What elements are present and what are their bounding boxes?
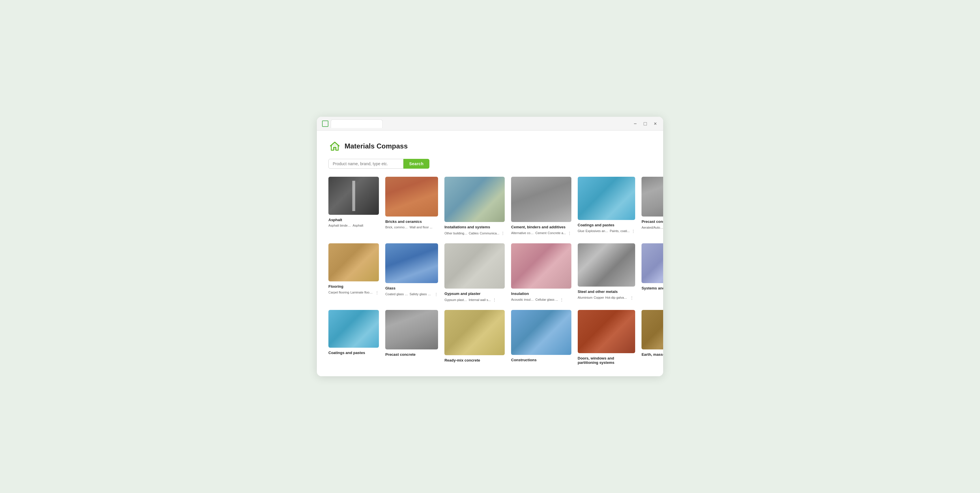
more-tags-icon[interactable]: ⋮ <box>632 229 635 233</box>
tag-label: Aluminium <box>578 296 592 299</box>
tag-label: Other building ... <box>444 231 468 235</box>
card-flooring[interactable]: FlooringCarpet flooringLaminate floori..… <box>328 243 379 302</box>
tag-label: Gypsum plaster ... <box>444 298 468 301</box>
tab-bar <box>331 119 383 128</box>
card-title-installations: Installations and systems <box>444 225 505 229</box>
search-bar: Search <box>328 159 652 169</box>
card-tags-precast: Aerated/Autocla...Concrete masonr...⋮ <box>641 225 663 230</box>
card-tags-insulation: Acoustic insula...Cellular glass ...⋮ <box>511 298 571 302</box>
card-title-coatings2: Coatings and pastes <box>328 350 379 355</box>
tag-label: Paints, coati... <box>610 229 630 233</box>
minimize-button[interactable]: − <box>633 120 638 127</box>
card-precast2[interactable]: Precast concrete <box>385 310 438 365</box>
tag-label: Explosives and ... <box>585 229 609 233</box>
card-title-precast: Precast concrete <box>641 219 663 224</box>
card-img-doors <box>578 310 635 353</box>
tag-label: Cables <box>469 231 479 235</box>
main-content: Materials Compass Search AsphaltAsphalt … <box>317 131 663 376</box>
card-doors[interactable]: Doors, windows and partitioning systems <box>578 310 635 365</box>
more-tags-icon[interactable]: ⋮ <box>493 298 496 302</box>
more-tags-icon[interactable]: ⋮ <box>501 231 505 235</box>
tag-label: Brick, common c... <box>385 225 408 229</box>
tag-label: Acoustic insula... <box>511 298 534 301</box>
card-steel[interactable]: Steel and other metalsAluminiumCopperHot… <box>578 243 635 302</box>
card-tags-cement: Alternative con...CementConcrete a...⋮ <box>511 231 571 235</box>
card-img-earth <box>641 310 663 349</box>
titlebar: − □ × <box>317 117 663 131</box>
tag-label: Communica... <box>480 231 499 235</box>
card-systems[interactable]: Systems and assemblies <box>641 243 663 302</box>
tag-label: Hot-dip galvani... <box>605 296 628 299</box>
card-title-bricks: Bricks and ceramics <box>385 219 438 224</box>
maximize-button[interactable]: □ <box>643 120 648 127</box>
search-input[interactable] <box>328 159 403 169</box>
app-window: − □ × Materials Compass Search AsphaltAs… <box>317 117 663 376</box>
card-img-precast <box>641 177 663 216</box>
more-tags-icon[interactable]: ⋮ <box>560 298 563 302</box>
tag-label: Copper <box>593 296 604 299</box>
card-img-gypsum <box>444 243 505 289</box>
card-earth[interactable]: Earth, masses and stones <box>641 310 663 365</box>
card-title-systems: Systems and assemblies <box>641 286 663 290</box>
card-cement[interactable]: Cement, binders and additivesAlternative… <box>511 177 571 235</box>
tag-label: Laminate floori... <box>350 291 374 294</box>
more-tags-icon[interactable]: ⋮ <box>630 295 634 300</box>
tag-label: Carpet flooring <box>328 291 349 294</box>
card-glass[interactable]: GlassCoated glass pa...Safety glass pa..… <box>385 243 438 302</box>
card-tags-steel: AluminiumCopperHot-dip galvani...⋮ <box>578 295 635 300</box>
app-title: Materials Compass <box>345 142 408 150</box>
card-tags-asphalt: Asphalt binders...Asphalt <box>328 224 379 227</box>
card-gypsum[interactable]: Gypsum and plasterGypsum plaster ...Inte… <box>444 243 505 302</box>
tag-label: Alternative con... <box>511 231 534 235</box>
app-header: Materials Compass <box>328 140 652 152</box>
tag-label: Internal wall s... <box>469 298 491 301</box>
card-img-systems <box>641 243 663 283</box>
search-button[interactable]: Search <box>403 159 430 169</box>
titlebar-controls: − □ × <box>633 120 658 127</box>
tag-label: Cellular glass ... <box>535 298 558 301</box>
tag-label: Coated glass pa... <box>385 292 408 296</box>
card-title-steel: Steel and other metals <box>578 290 635 294</box>
card-img-flooring <box>328 243 379 281</box>
home-icon <box>328 140 341 152</box>
more-tags-icon[interactable]: ⋮ <box>434 292 438 296</box>
card-title-readymix: Ready-mix concrete <box>444 358 505 362</box>
card-title-flooring: Flooring <box>328 284 379 289</box>
card-readymix[interactable]: Ready-mix concrete <box>444 310 505 365</box>
close-button[interactable]: × <box>652 120 658 127</box>
card-img-installations <box>444 177 505 222</box>
card-title-cement: Cement, binders and additives <box>511 225 571 229</box>
card-tags-glass: Coated glass pa...Safety glass pa...⋮ <box>385 292 438 296</box>
tag-label: Glue <box>578 229 584 233</box>
card-img-cement <box>511 177 571 222</box>
tag-label: Concrete a... <box>548 231 566 235</box>
card-title-precast2: Precast concrete <box>385 352 438 357</box>
card-coatings[interactable]: Coatings and pastesGlueExplosives and ..… <box>578 177 635 235</box>
more-tags-icon[interactable]: ⋮ <box>375 290 379 295</box>
card-img-asphalt <box>328 177 379 214</box>
card-coatings2[interactable]: Coatings and pastes <box>328 310 379 365</box>
card-title-asphalt: Asphalt <box>328 218 379 222</box>
card-title-constructions: Constructions <box>511 358 571 362</box>
tag-label: Wall and floor ... <box>409 225 432 229</box>
card-insulation[interactable]: InsulationAcoustic insula...Cellular gla… <box>511 243 571 302</box>
card-img-steel <box>578 243 635 287</box>
card-title-insulation: Insulation <box>511 292 571 296</box>
card-precast[interactable]: Precast concreteAerated/Autocla...Concre… <box>641 177 663 235</box>
svg-rect-0 <box>334 147 336 150</box>
card-constructions[interactable]: Constructions <box>511 310 571 365</box>
card-img-bricks <box>385 177 438 216</box>
card-tags-installations: Other building ...CablesCommunica...⋮ <box>444 231 505 235</box>
card-tags-gypsum: Gypsum plaster ...Internal wall s...⋮ <box>444 298 505 302</box>
card-tags-bricks: Brick, common c...Wall and floor ... <box>385 225 438 229</box>
card-title-coatings: Coatings and pastes <box>578 223 635 227</box>
card-img-precast2 <box>385 310 438 349</box>
more-tags-icon[interactable]: ⋮ <box>568 231 571 235</box>
tag-label: Asphalt binders... <box>328 224 352 227</box>
card-img-insulation <box>511 243 571 288</box>
card-installations[interactable]: Installations and systemsOther building … <box>444 177 505 235</box>
card-bricks[interactable]: Bricks and ceramicsBrick, common c...Wal… <box>385 177 438 235</box>
card-img-readymix <box>444 310 505 355</box>
card-asphalt[interactable]: AsphaltAsphalt binders...Asphalt <box>328 177 379 235</box>
card-img-glass <box>385 243 438 283</box>
